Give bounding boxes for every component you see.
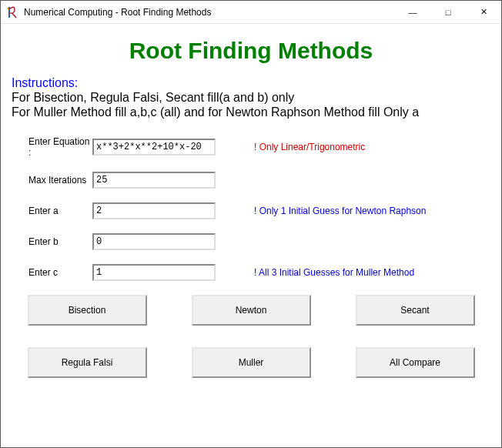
b-label: Enter b [12, 236, 92, 247]
window-title: Numerical Computing - Root Finding Metho… [24, 7, 211, 18]
minimize-button[interactable]: — [395, 1, 430, 24]
bisection-button[interactable]: Bisection [28, 295, 147, 326]
row-c: Enter c ! All 3 Initial Guesses for Mull… [12, 264, 490, 281]
instructions-line-2: For Muller Method fill a,b,c (all) and f… [12, 105, 490, 119]
equation-label: Enter Equation : [12, 136, 92, 158]
instructions-heading: Instructions: [12, 76, 490, 90]
instructions-line-1: For Bisection, Regula Falsi, Secant fill… [12, 91, 490, 105]
max-iter-input[interactable] [92, 172, 216, 189]
row-a: Enter a ! Only 1 Initial Guess for Newto… [12, 202, 490, 219]
app-window: Numerical Computing - Root Finding Metho… [0, 0, 502, 448]
equation-hint: ! Only Linear/Trigonometric [254, 142, 365, 152]
python-tk-icon [7, 6, 19, 18]
method-button-grid: Bisection Newton Secant Regula Falsi Mul… [12, 295, 490, 378]
newton-button[interactable]: Newton [192, 295, 311, 326]
titlebar: Numerical Computing - Root Finding Metho… [1, 1, 501, 24]
equation-input[interactable] [92, 139, 216, 155]
a-hint: ! Only 1 Initial Guess for Newton Raphso… [254, 206, 426, 216]
a-label: Enter a [12, 206, 92, 216]
row-equation: Enter Equation : ! Only Linear/Trigonome… [12, 136, 490, 158]
regula-falsi-button[interactable]: Regula Falsi [28, 347, 147, 378]
row-max-iter: Max Iterations [12, 172, 490, 189]
row-b: Enter b [12, 233, 490, 250]
secant-button[interactable]: Secant [356, 295, 475, 326]
b-input[interactable] [92, 233, 216, 250]
c-label: Enter c [12, 267, 92, 278]
all-compare-button[interactable]: All Compare [356, 347, 475, 378]
form-area: Enter Equation : ! Only Linear/Trigonome… [12, 136, 490, 378]
maximize-button[interactable]: □ [430, 1, 466, 24]
a-input[interactable] [92, 202, 216, 219]
content-area: Root Finding Methods Instructions: For B… [1, 24, 501, 447]
c-hint: ! All 3 Initial Guesses for Muller Metho… [254, 267, 414, 278]
page-title: Root Finding Methods [12, 38, 490, 64]
max-iter-label: Max Iterations [12, 175, 92, 186]
muller-button[interactable]: Muller [192, 347, 311, 378]
close-button[interactable]: ✕ [466, 1, 501, 24]
c-input[interactable] [92, 264, 216, 281]
